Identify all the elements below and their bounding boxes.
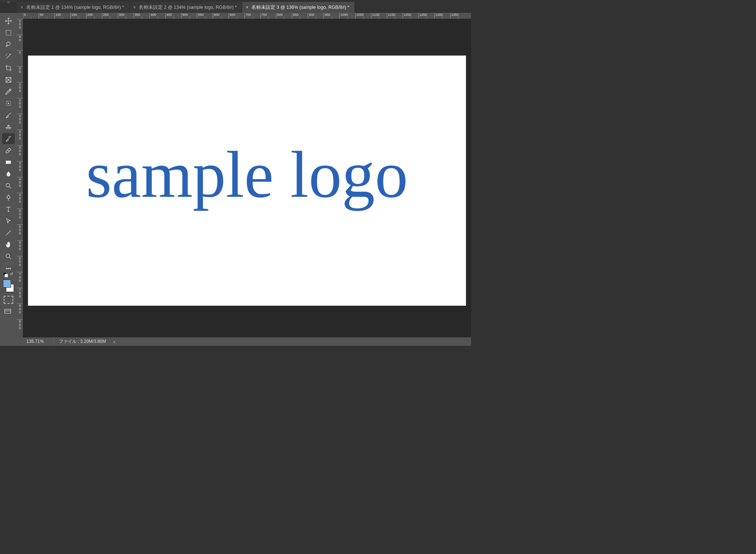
ruler-tick: 1100 [371, 13, 387, 19]
ruler-tick: 50 [17, 66, 23, 82]
svg-rect-0 [6, 30, 11, 35]
document-tab-2[interactable]: × 名称未設定 2 @ 134% (sample logo, RGB/8#) * [130, 2, 242, 13]
marquee-tool[interactable] [2, 27, 15, 38]
chevron-right-icon[interactable]: › [111, 339, 117, 345]
svg-rect-5 [6, 161, 8, 164]
vertical-ruler[interactable]: 1005005010015020025030035040045050055060… [17, 19, 23, 337]
sample-logo-text: sample logo [86, 136, 408, 213]
ruler-tick: 650 [17, 256, 23, 272]
close-icon[interactable]: × [21, 5, 23, 10]
ruler-tick: 550 [197, 13, 213, 19]
document-info[interactable]: ファイル : 3.20M/3.80M [54, 337, 111, 346]
toolbar-expand-chevron[interactable]: ›› [0, 0, 17, 2]
ruler-tick: 450 [165, 13, 181, 19]
line-tool[interactable] [2, 227, 15, 238]
gradient-tool[interactable] [2, 157, 15, 168]
ruler-tick: 1050 [355, 13, 371, 19]
ruler-tick: 350 [17, 161, 23, 177]
document-canvas[interactable]: sample logo [28, 56, 466, 306]
ruler-tick: 100 [17, 19, 23, 35]
ruler-tick: 650 [229, 13, 244, 19]
svg-point-7 [6, 254, 10, 258]
color-swatches[interactable] [2, 280, 15, 292]
tab-bar: × 名称未設定 1 @ 134% (sample logo, RGB/8#) *… [17, 2, 471, 13]
screen-mode-button[interactable] [4, 308, 13, 316]
brush-tool[interactable] [2, 110, 15, 121]
crop-tool[interactable] [2, 63, 15, 74]
ruler-tick: 0 [23, 13, 39, 19]
ruler-tick: 200 [17, 114, 23, 129]
quick-mask-button[interactable] [4, 296, 13, 304]
tab-label: 名称未設定 3 @ 136% (sample logo, RGB/8#) * [251, 4, 349, 11]
ruler-tick: 150 [70, 13, 86, 19]
blur-tool[interactable] [2, 168, 15, 180]
default-colors-button[interactable]: ↺ [3, 272, 14, 278]
lasso-tool[interactable] [2, 39, 15, 50]
ruler-tick: 850 [292, 13, 308, 19]
ruler-tick: 500 [181, 13, 197, 19]
tab-label: 名称未設定 1 @ 134% (sample logo, RGB/8#) * [26, 4, 124, 11]
ruler-tick: 100 [17, 82, 23, 98]
move-tool[interactable] [2, 15, 15, 26]
ruler-tick: 800 [276, 13, 292, 19]
tools-panel: ••• ↺ [0, 13, 17, 346]
dodge-tool[interactable] [2, 180, 15, 191]
foreground-color-swatch[interactable] [3, 280, 11, 288]
ruler-tick: 400 [149, 13, 165, 19]
ruler-tick: 900 [308, 13, 324, 19]
ruler-tick: 1000 [339, 13, 355, 19]
swap-colors-icon[interactable]: ↺ [10, 272, 13, 276]
eraser-tool[interactable] [2, 145, 15, 156]
ruler-tick: 0 [17, 50, 23, 66]
eyedropper-tool[interactable] [2, 86, 15, 97]
ruler-tick: 250 [17, 129, 23, 145]
ruler-tick: 350 [134, 13, 149, 19]
document-tab-3[interactable]: × 名称未設定 3 @ 136% (sample logo, RGB/8#) * [242, 2, 355, 13]
tab-label: 名称未設定 2 @ 134% (sample logo, RGB/8#) * [139, 4, 237, 11]
ruler-tick: 950 [324, 13, 339, 19]
ruler-origin[interactable] [17, 13, 23, 19]
ruler-tick: 150 [17, 98, 23, 114]
svg-point-1 [6, 46, 7, 47]
ruler-tick: 400 [17, 177, 23, 193]
ruler-tick: 550 [17, 224, 23, 240]
ruler-tick: 800 [17, 303, 23, 319]
ruler-tick: 300 [17, 145, 23, 161]
toolbar-divider [3, 264, 14, 264]
edit-toolbar-button[interactable]: ••• [6, 266, 11, 271]
ruler-tick: 1250 [418, 13, 434, 19]
ruler-tick: 1150 [387, 13, 403, 19]
ruler-tick: 700 [244, 13, 260, 19]
zoom-level-field[interactable]: 135.71% [17, 337, 54, 346]
canvas-pasteboard[interactable]: sample logo [23, 19, 471, 337]
path-selection-tool[interactable] [2, 216, 15, 227]
ruler-tick: 500 [17, 209, 23, 224]
frame-tool[interactable] [2, 74, 15, 85]
type-tool[interactable] [2, 204, 15, 215]
ruler-tick: 1350 [450, 13, 466, 19]
history-brush-tool[interactable] [2, 133, 15, 144]
ruler-tick: 600 [17, 240, 23, 256]
ruler-tick: 850 [17, 319, 23, 335]
ruler-tick: 1300 [434, 13, 450, 19]
ruler-tick: 450 [17, 193, 23, 209]
pen-tool[interactable] [2, 192, 15, 203]
document-tab-1[interactable]: × 名称未設定 1 @ 134% (sample logo, RGB/8#) * [17, 2, 130, 13]
ruler-tick: 600 [213, 13, 229, 19]
hand-tool[interactable] [2, 239, 15, 250]
ruler-tick: 750 [17, 288, 23, 303]
zoom-tool[interactable] [2, 251, 15, 262]
svg-point-6 [6, 183, 10, 187]
horizontal-ruler[interactable]: 0501001502002503003504004505005506006507… [23, 13, 471, 19]
ruler-tick: 700 [17, 272, 23, 288]
close-icon[interactable]: × [133, 5, 136, 10]
clone-stamp-tool[interactable] [2, 121, 15, 132]
ruler-tick: 250 [102, 13, 118, 19]
ruler-tick: 100 [54, 13, 70, 19]
ruler-tick: 200 [86, 13, 102, 19]
magic-wand-tool[interactable] [2, 51, 15, 62]
ruler-tick: 50 [17, 35, 23, 50]
status-bar: 135.71% ファイル : 3.20M/3.80M › [17, 337, 471, 346]
healing-brush-tool[interactable] [2, 98, 15, 109]
close-icon[interactable]: × [246, 5, 248, 10]
